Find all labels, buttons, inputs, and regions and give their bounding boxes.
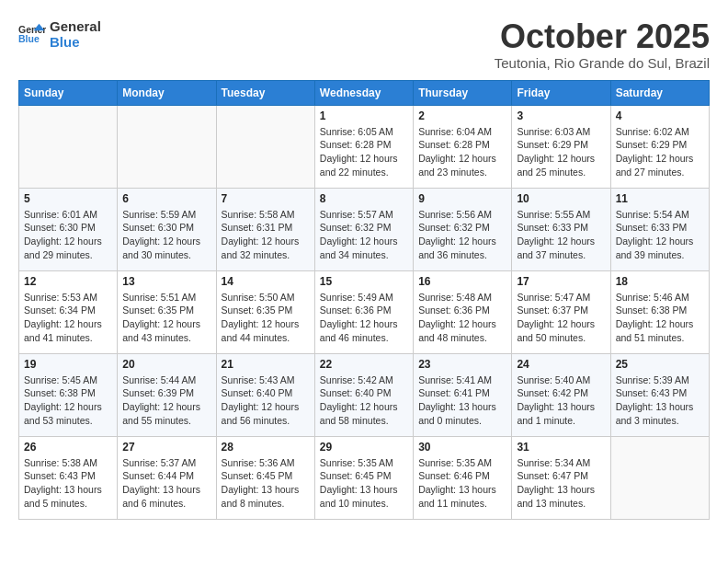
calendar-cell: 3Sunrise: 6:03 AMSunset: 6:29 PMDaylight…	[512, 105, 610, 188]
day-number: 11	[616, 192, 704, 205]
calendar-cell: 10Sunrise: 5:55 AMSunset: 6:33 PMDayligh…	[512, 188, 610, 270]
calendar-cell: 27Sunrise: 5:37 AMSunset: 6:44 PMDayligh…	[118, 436, 216, 519]
calendar-cell: 9Sunrise: 5:56 AMSunset: 6:32 PMDaylight…	[414, 188, 512, 270]
calendar-cell: 6Sunrise: 5:59 AMSunset: 6:30 PMDaylight…	[118, 188, 216, 270]
day-number: 16	[418, 275, 506, 288]
calendar-cell: 29Sunrise: 5:35 AMSunset: 6:45 PMDayligh…	[314, 436, 413, 519]
calendar-cell: 18Sunrise: 5:46 AMSunset: 6:38 PMDayligh…	[610, 270, 709, 353]
day-number: 21	[222, 358, 310, 371]
day-info: Sunrise: 6:02 AMSunset: 6:29 PMDaylight:…	[616, 125, 704, 179]
calendar-cell: 26Sunrise: 5:38 AMSunset: 6:43 PMDayligh…	[19, 436, 118, 519]
day-number: 3	[517, 109, 605, 122]
day-info: Sunrise: 6:03 AMSunset: 6:29 PMDaylight:…	[517, 125, 605, 179]
calendar-cell: 25Sunrise: 5:39 AMSunset: 6:43 PMDayligh…	[610, 353, 709, 436]
day-number: 24	[517, 358, 605, 371]
day-number: 12	[24, 275, 112, 288]
calendar-cell: 14Sunrise: 5:50 AMSunset: 6:35 PMDayligh…	[216, 270, 314, 353]
day-info: Sunrise: 5:54 AMSunset: 6:33 PMDaylight:…	[616, 208, 704, 262]
day-number: 15	[320, 275, 408, 288]
location: Teutonia, Rio Grande do Sul, Brazil	[495, 55, 710, 71]
day-number: 26	[24, 441, 112, 454]
header-day-thursday: Thursday	[414, 80, 512, 105]
header-day-tuesday: Tuesday	[216, 80, 314, 105]
day-info: Sunrise: 5:55 AMSunset: 6:33 PMDaylight:…	[517, 208, 605, 262]
svg-text:Blue: Blue	[18, 33, 40, 44]
logo-line1: General	[50, 18, 101, 34]
month-title: October 2025	[495, 18, 710, 55]
day-info: Sunrise: 5:48 AMSunset: 6:36 PMDaylight:…	[418, 291, 506, 345]
day-info: Sunrise: 5:49 AMSunset: 6:36 PMDaylight:…	[320, 291, 408, 345]
calendar-cell: 4Sunrise: 6:02 AMSunset: 6:29 PMDaylight…	[610, 105, 709, 188]
day-number: 5	[24, 192, 112, 205]
day-info: Sunrise: 6:05 AMSunset: 6:28 PMDaylight:…	[320, 125, 408, 179]
day-number: 28	[222, 441, 310, 454]
logo-line2: Blue	[50, 34, 101, 50]
calendar-cell: 11Sunrise: 5:54 AMSunset: 6:33 PMDayligh…	[610, 188, 709, 270]
calendar-cell	[118, 105, 216, 188]
calendar-cell: 8Sunrise: 5:57 AMSunset: 6:32 PMDaylight…	[314, 188, 413, 270]
calendar-cell: 24Sunrise: 5:40 AMSunset: 6:42 PMDayligh…	[512, 353, 610, 436]
day-info: Sunrise: 5:40 AMSunset: 6:42 PMDaylight:…	[517, 373, 605, 428]
day-number: 20	[122, 358, 210, 371]
calendar-cell: 19Sunrise: 5:45 AMSunset: 6:38 PMDayligh…	[19, 353, 118, 436]
day-number: 29	[320, 441, 408, 454]
calendar-cell	[610, 436, 709, 519]
calendar-cell: 31Sunrise: 5:34 AMSunset: 6:47 PMDayligh…	[512, 436, 610, 519]
day-info: Sunrise: 6:01 AMSunset: 6:30 PMDaylight:…	[24, 208, 112, 262]
day-info: Sunrise: 5:51 AMSunset: 6:35 PMDaylight:…	[122, 291, 210, 345]
calendar-cell: 17Sunrise: 5:47 AMSunset: 6:37 PMDayligh…	[512, 270, 610, 353]
calendar-cell: 23Sunrise: 5:41 AMSunset: 6:41 PMDayligh…	[414, 353, 512, 436]
header-day-sunday: Sunday	[19, 80, 118, 105]
calendar-table: SundayMondayTuesdayWednesdayThursdayFrid…	[18, 80, 710, 520]
calendar-cell: 7Sunrise: 5:58 AMSunset: 6:31 PMDaylight…	[216, 188, 314, 270]
day-info: Sunrise: 5:35 AMSunset: 6:46 PMDaylight:…	[418, 456, 506, 511]
day-number: 2	[418, 109, 506, 122]
day-number: 19	[24, 358, 112, 371]
logo-icon: General Blue	[18, 20, 46, 48]
logo: General Blue General Blue	[18, 18, 101, 50]
week-row-4: 19Sunrise: 5:45 AMSunset: 6:38 PMDayligh…	[19, 353, 710, 436]
day-number: 22	[320, 358, 408, 371]
day-number: 6	[122, 192, 210, 205]
calendar-cell	[216, 105, 314, 188]
header-day-friday: Friday	[512, 80, 610, 105]
calendar-body: 1Sunrise: 6:05 AMSunset: 6:28 PMDaylight…	[19, 105, 710, 519]
day-number: 1	[320, 109, 408, 122]
day-info: Sunrise: 5:57 AMSunset: 6:32 PMDaylight:…	[320, 208, 408, 262]
calendar-cell: 21Sunrise: 5:43 AMSunset: 6:40 PMDayligh…	[216, 353, 314, 436]
day-info: Sunrise: 5:53 AMSunset: 6:34 PMDaylight:…	[24, 291, 112, 345]
calendar-cell	[19, 105, 118, 188]
day-info: Sunrise: 5:44 AMSunset: 6:39 PMDaylight:…	[122, 373, 210, 428]
calendar-cell: 22Sunrise: 5:42 AMSunset: 6:40 PMDayligh…	[314, 353, 413, 436]
day-info: Sunrise: 5:56 AMSunset: 6:32 PMDaylight:…	[418, 208, 506, 262]
day-info: Sunrise: 5:43 AMSunset: 6:40 PMDaylight:…	[222, 373, 310, 428]
calendar-cell: 5Sunrise: 6:01 AMSunset: 6:30 PMDaylight…	[19, 188, 118, 270]
day-info: Sunrise: 5:39 AMSunset: 6:43 PMDaylight:…	[616, 373, 704, 428]
day-info: Sunrise: 5:37 AMSunset: 6:44 PMDaylight:…	[122, 456, 210, 511]
day-number: 17	[517, 275, 605, 288]
day-number: 4	[616, 109, 704, 122]
calendar-cell: 20Sunrise: 5:44 AMSunset: 6:39 PMDayligh…	[118, 353, 216, 436]
day-number: 23	[418, 358, 506, 371]
day-info: Sunrise: 5:38 AMSunset: 6:43 PMDaylight:…	[24, 456, 112, 511]
day-number: 25	[616, 358, 704, 371]
week-row-1: 1Sunrise: 6:05 AMSunset: 6:28 PMDaylight…	[19, 105, 710, 188]
day-number: 7	[222, 192, 310, 205]
day-number: 10	[517, 192, 605, 205]
day-info: Sunrise: 5:46 AMSunset: 6:38 PMDaylight:…	[616, 291, 704, 345]
day-info: Sunrise: 5:36 AMSunset: 6:45 PMDaylight:…	[222, 456, 310, 511]
header-day-saturday: Saturday	[610, 80, 709, 105]
week-row-2: 5Sunrise: 6:01 AMSunset: 6:30 PMDaylight…	[19, 188, 710, 270]
calendar-cell: 1Sunrise: 6:05 AMSunset: 6:28 PMDaylight…	[314, 105, 413, 188]
day-info: Sunrise: 5:34 AMSunset: 6:47 PMDaylight:…	[517, 456, 605, 511]
day-number: 27	[122, 441, 210, 454]
header-row: SundayMondayTuesdayWednesdayThursdayFrid…	[19, 80, 710, 105]
page-header: General Blue General Blue October 2025 T…	[18, 18, 710, 71]
calendar-cell: 16Sunrise: 5:48 AMSunset: 6:36 PMDayligh…	[414, 270, 512, 353]
calendar-cell: 2Sunrise: 6:04 AMSunset: 6:28 PMDaylight…	[414, 105, 512, 188]
calendar-cell: 13Sunrise: 5:51 AMSunset: 6:35 PMDayligh…	[118, 270, 216, 353]
calendar-cell: 15Sunrise: 5:49 AMSunset: 6:36 PMDayligh…	[314, 270, 413, 353]
calendar-cell: 12Sunrise: 5:53 AMSunset: 6:34 PMDayligh…	[19, 270, 118, 353]
calendar-cell: 28Sunrise: 5:36 AMSunset: 6:45 PMDayligh…	[216, 436, 314, 519]
week-row-3: 12Sunrise: 5:53 AMSunset: 6:34 PMDayligh…	[19, 270, 710, 353]
